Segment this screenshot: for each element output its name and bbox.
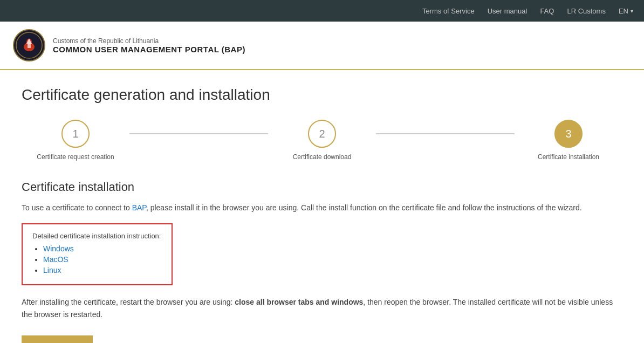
step-2-number: 2 xyxy=(319,128,325,140)
instruction-box: Detailed certificate installation instru… xyxy=(22,223,173,285)
list-item: Linux xyxy=(43,266,162,275)
step-3-label: Certificate installation xyxy=(538,153,599,161)
page-title: Certificate generation and installation xyxy=(22,86,622,104)
language-label: EN xyxy=(619,7,628,15)
site-header: Customs of the Republic of Lithuania COM… xyxy=(0,22,644,70)
list-item: MacOS xyxy=(43,255,162,264)
close-button[interactable]: CLOSE xyxy=(22,335,93,343)
windows-link[interactable]: Windows xyxy=(43,244,74,253)
site-title: COMMON USER MANAGEMENT PORTAL (BAP) xyxy=(53,45,245,54)
chevron-down-icon: ▾ xyxy=(631,8,633,14)
site-subtitle: Customs of the Republic of Lithuania xyxy=(53,37,245,45)
step-1-circle: 1 xyxy=(61,120,90,148)
main-content: Certificate generation and installation … xyxy=(0,70,644,343)
macos-link[interactable]: MacOS xyxy=(43,255,68,264)
bap-link[interactable]: BAP xyxy=(132,203,146,212)
step-3-circle: 3 xyxy=(554,120,583,148)
list-item: Windows xyxy=(43,244,162,253)
step-2-label: Certificate download xyxy=(293,153,352,161)
warning-text: After installing the certificate, restar… xyxy=(22,296,622,320)
step-1: 1 Certificate request creation xyxy=(22,120,129,161)
step-2: 2 Certificate download xyxy=(268,120,376,161)
step-1-number: 1 xyxy=(72,128,78,140)
linux-link[interactable]: Linux xyxy=(43,266,61,275)
step-line-1 xyxy=(129,133,268,134)
site-title-block: Customs of the Republic of Lithuania COM… xyxy=(53,37,245,54)
svg-rect-6 xyxy=(28,44,31,48)
language-selector[interactable]: EN ▾ xyxy=(619,7,633,15)
faq-link[interactable]: FAQ xyxy=(540,7,554,15)
step-line-2 xyxy=(376,133,515,134)
step-2-circle: 2 xyxy=(308,120,336,148)
instruction-list: Windows MacOS Linux xyxy=(32,244,162,275)
section-title: Certificate installation xyxy=(22,180,622,194)
steps-wizard: 1 Certificate request creation 2 Certifi… xyxy=(22,120,622,161)
step-3: 3 Certificate installation xyxy=(515,120,622,161)
lr-customs-link[interactable]: LR Customs xyxy=(567,7,606,15)
top-nav: Terms of Service User manual FAQ LR Cust… xyxy=(0,0,644,22)
logo-icon xyxy=(16,32,43,59)
terms-of-service-link[interactable]: Terms of Service xyxy=(422,7,475,15)
instruction-title: Detailed certificate installation instru… xyxy=(32,232,162,240)
step-1-label: Certificate request creation xyxy=(37,153,114,161)
user-manual-link[interactable]: User manual xyxy=(488,7,527,15)
info-text: To use a certificate to connect to BAP, … xyxy=(22,202,622,214)
step-3-number: 3 xyxy=(565,128,571,140)
logo-circle xyxy=(13,29,45,61)
